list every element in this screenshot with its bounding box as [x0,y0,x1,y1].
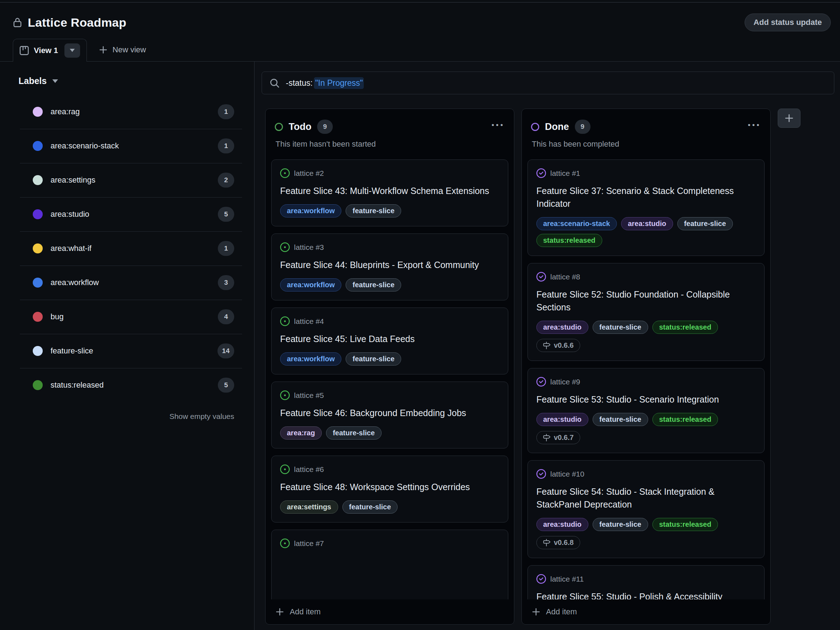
card-title[interactable]: Feature Slice 45: Live Data Feeds [280,332,499,345]
sidebar-label-row[interactable]: area:workflow 3 [0,265,254,300]
column-menu-button[interactable]: ••• [748,121,761,133]
card-title[interactable]: Feature Slice 53: Studio - Scenario Inte… [536,393,756,406]
label-pill[interactable]: area:settings [280,501,338,514]
card-title[interactable]: Feature Slice 37: Scenario & Stack Compl… [536,185,756,210]
add-column-button[interactable] [778,109,801,128]
label-pill[interactable]: area:workflow [280,352,341,366]
add-item-button[interactable]: Add item [265,599,514,624]
milestone-icon [543,342,550,349]
labels-sidebar: Labels area:rag 1 area:scenario-stack 1 … [0,62,254,630]
show-empty-values-link[interactable]: Show empty values [0,412,254,421]
filter-input[interactable]: -status: "In Progress" [262,71,834,94]
plus-icon [99,46,107,54]
labels-heading[interactable]: Labels [0,76,254,86]
sidebar-label-row[interactable]: area:what-if 1 [0,231,254,265]
issue-opened-icon [280,242,290,252]
label-pill[interactable]: feature-slice [677,217,733,230]
sidebar-label-row[interactable]: area:settings 2 [0,163,254,197]
issue-card[interactable]: lattice #8 Feature Slice 52: Studio Foun… [527,263,764,361]
issue-card[interactable]: lattice #9 Feature Slice 53: Studio - Sc… [527,368,764,453]
sidebar-label-row[interactable]: area:studio 5 [0,197,254,231]
tab-view-1[interactable]: View 1 [13,39,87,62]
issue-card[interactable]: lattice #1 Feature Slice 37: Scenario & … [527,159,764,256]
label-pill[interactable]: area:workflow [280,204,341,218]
search-icon [270,78,279,88]
label-pill[interactable]: status:released [652,413,718,426]
label-pill[interactable]: area:scenario-stack [536,217,617,230]
issue-card[interactable]: lattice #7 [271,530,508,599]
issue-card[interactable]: lattice #3 Feature Slice 44: Blueprints … [271,234,508,300]
column-cards: lattice #1 Feature Slice 37: Scenario & … [522,149,770,599]
issue-card[interactable]: lattice #11 Feature Slice 55: Studio - P… [527,565,764,599]
sidebar-label-name: area:what-if [51,244,92,253]
label-color-dot [33,243,43,253]
card-title[interactable]: Feature Slice 46: Background Embedding J… [280,406,499,419]
card-id-row: lattice #2 [280,168,499,178]
milestone-row: v0.6.8 [536,536,756,549]
sidebar-label-row[interactable]: status:released 5 [0,368,254,402]
tab-options-button[interactable] [65,43,80,58]
label-pill[interactable]: area:studio [621,217,673,230]
label-pill[interactable]: feature-slice [593,518,648,531]
card-title[interactable]: Feature Slice 54: Studio - Stack Integra… [536,485,756,511]
milestone-pill[interactable]: v0.6.7 [536,431,580,444]
sidebar-label-row[interactable]: area:rag 1 [0,95,254,129]
card-id-row: lattice #5 [280,390,499,400]
milestone-label: v0.6.8 [554,538,574,547]
issue-card[interactable]: lattice #2 Feature Slice 43: Multi-Workf… [271,159,508,226]
label-pill[interactable]: feature-slice [346,204,401,218]
label-pill[interactable]: area:rag [280,426,322,440]
label-pill[interactable]: status:released [536,234,602,247]
card-title[interactable]: Feature Slice 48: Workspace Settings Ove… [280,480,499,493]
milestone-pill[interactable]: v0.6.6 [536,339,580,352]
label-pill[interactable]: feature-slice [593,413,648,426]
milestone-row: v0.6.7 [536,431,756,444]
sidebar-label-row[interactable]: area:scenario-stack 1 [0,129,254,163]
content: Labels area:rag 1 area:scenario-stack 1 … [0,62,840,630]
label-pill[interactable]: area:studio [536,321,588,334]
label-color-dot [33,346,43,356]
label-color-dot [33,141,43,151]
issue-card[interactable]: lattice #10 Feature Slice 54: Studio - S… [527,460,764,558]
issue-card[interactable]: lattice #4 Feature Slice 45: Live Data F… [271,308,508,374]
label-pill[interactable]: area:workflow [280,278,341,292]
sidebar-label-count-badge: 14 [218,343,234,358]
card-title[interactable]: Feature Slice 44: Blueprints - Export & … [280,258,499,271]
add-item-button[interactable]: Add item [522,599,770,624]
label-pill[interactable]: feature-slice [593,321,648,334]
label-pill[interactable]: area:studio [536,413,588,426]
new-view-button[interactable]: New view [99,38,146,61]
label-pill[interactable]: area:studio [536,518,588,531]
card-labels: area:studiofeature-slicestatus:released [536,321,756,334]
board-columns: Todo 9 ••• This item hasn't been started… [265,109,771,625]
label-pill[interactable]: feature-slice [343,501,398,514]
issue-card[interactable]: lattice #6 Feature Slice 48: Workspace S… [271,456,508,523]
issue-opened-icon [280,464,290,474]
add-status-update-button[interactable]: Add status update [745,14,831,31]
label-pill[interactable]: status:released [652,518,718,531]
board: Todo 9 ••• This item hasn't been started… [265,109,834,625]
card-title[interactable]: Feature Slice 55: Studio - Polish & Acce… [536,590,756,599]
milestone-label: v0.6.7 [554,434,574,442]
label-pill[interactable]: status:released [652,321,718,334]
issue-opened-icon [280,390,290,400]
card-id-text: lattice #2 [294,169,324,178]
milestone-row: v0.6.6 [536,339,756,352]
milestone-pill[interactable]: v0.6.8 [536,536,580,549]
card-id-row: lattice #10 [536,469,756,479]
sidebar-label-row[interactable]: feature-slice 14 [0,334,254,368]
issue-card[interactable]: lattice #5 Feature Slice 46: Background … [271,382,508,448]
card-labels: area:ragfeature-slice [280,426,499,440]
sidebar-label-row[interactable]: bug 4 [0,300,254,334]
label-pill[interactable]: feature-slice [326,426,382,440]
card-id-row: lattice #6 [280,464,499,474]
card-title[interactable]: Feature Slice 43: Multi-Workflow Schema … [280,185,499,197]
label-color-dot [33,175,43,185]
label-pill[interactable]: feature-slice [346,278,401,292]
card-title[interactable]: Feature Slice 52: Studio Foundation - Co… [536,288,756,314]
sidebar-label-name: area:rag [51,107,80,116]
lock-icon [13,17,22,28]
column-menu-button[interactable]: ••• [491,121,505,133]
label-pill[interactable]: feature-slice [346,352,401,366]
card-id-text: lattice #3 [294,243,324,252]
